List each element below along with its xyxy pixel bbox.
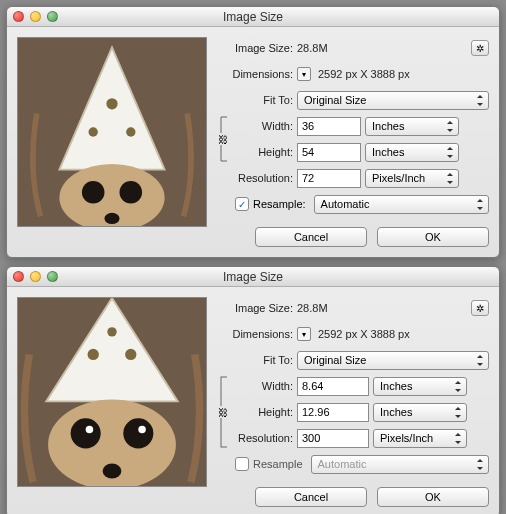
image-size-label: Image Size: [217,42,293,54]
resample-mode-select: Automatic [311,455,489,474]
link-icon: ⛓ [217,133,229,145]
preview-thumbnail [18,38,206,226]
svg-point-18 [138,426,146,434]
svg-point-12 [125,349,136,360]
titlebar[interactable]: Image Size [7,267,499,287]
height-unit-select[interactable]: Inches [373,403,467,422]
svg-point-19 [103,463,122,478]
cancel-button[interactable]: Cancel [255,227,367,247]
svg-point-3 [89,127,98,136]
image-preview [17,297,207,487]
dimensions-disclosure-icon[interactable]: ▾ [297,67,311,81]
resolution-input[interactable] [297,429,369,448]
constrain-link[interactable]: ⛓ [217,115,229,163]
preview-thumbnail [18,298,206,486]
titlebar[interactable]: Image Size [7,7,499,27]
width-label: Width: [229,380,293,392]
window-title: Image Size [7,270,499,284]
resample-label: Resample: [253,198,306,210]
window-controls [13,271,58,282]
fit-to-select[interactable]: Original Size [297,351,489,370]
resolution-input[interactable] [297,169,361,188]
resolution-unit-select[interactable]: Pixels/Inch [365,169,459,188]
width-label: Width: [229,120,293,132]
image-size-value: 28.8M [297,302,328,314]
width-unit-select[interactable]: Inches [373,377,467,396]
resample-label: Resample [253,458,303,470]
height-label: Height: [229,406,293,418]
height-input[interactable] [297,403,369,422]
svg-point-16 [123,418,153,448]
dimensions-label: Dimensions: [217,328,293,340]
width-input[interactable] [297,377,369,396]
resample-mode-select[interactable]: Automatic [314,195,489,214]
image-preview [17,37,207,227]
svg-point-8 [104,213,119,224]
svg-point-7 [120,181,143,204]
close-icon[interactable] [13,11,24,22]
svg-point-15 [71,418,101,448]
link-icon: ⛓ [217,406,229,418]
window-controls [13,11,58,22]
width-input[interactable] [297,117,361,136]
height-unit-select[interactable]: Inches [365,143,459,162]
height-input[interactable] [297,143,361,162]
window-title: Image Size [7,10,499,24]
resolution-unit-select[interactable]: Pixels/Inch [373,429,467,448]
ok-button[interactable]: OK [377,227,489,247]
image-size-dialog-bottom: Image Size Image Size: 28 [6,266,500,514]
resolution-label: Resolution: [217,172,293,184]
fit-to-label: Fit To: [217,94,293,106]
svg-point-13 [107,327,116,336]
fit-to-label: Fit To: [217,354,293,366]
image-size-dialog-top: Image Size Image Size: 28.8M ✲ [6,6,500,258]
gear-icon[interactable]: ✲ [471,300,489,316]
dimensions-disclosure-icon[interactable]: ▾ [297,327,311,341]
zoom-icon[interactable] [47,11,58,22]
height-label: Height: [229,146,293,158]
resolution-label: Resolution: [229,432,293,444]
dimensions-label: Dimensions: [217,68,293,80]
image-size-label: Image Size: [217,302,293,314]
svg-point-2 [106,98,117,109]
ok-button[interactable]: OK [377,487,489,507]
gear-icon[interactable]: ✲ [471,40,489,56]
image-size-value: 28.8M [297,42,328,54]
width-unit-select[interactable]: Inches [365,117,459,136]
svg-point-4 [126,127,135,136]
resample-checkbox[interactable] [235,457,249,471]
svg-point-11 [88,349,99,360]
fit-to-select[interactable]: Original Size [297,91,489,110]
minimize-icon[interactable] [30,271,41,282]
dimensions-value: 2592 px X 3888 px [318,68,410,80]
dimensions-value: 2592 px X 3888 px [318,328,410,340]
resample-checkbox[interactable]: ✓ [235,197,249,211]
close-icon[interactable] [13,271,24,282]
constrain-link[interactable]: ⛓ [217,375,229,449]
cancel-button[interactable]: Cancel [255,487,367,507]
minimize-icon[interactable] [30,11,41,22]
zoom-icon[interactable] [47,271,58,282]
svg-point-6 [82,181,105,204]
svg-point-17 [86,426,94,434]
